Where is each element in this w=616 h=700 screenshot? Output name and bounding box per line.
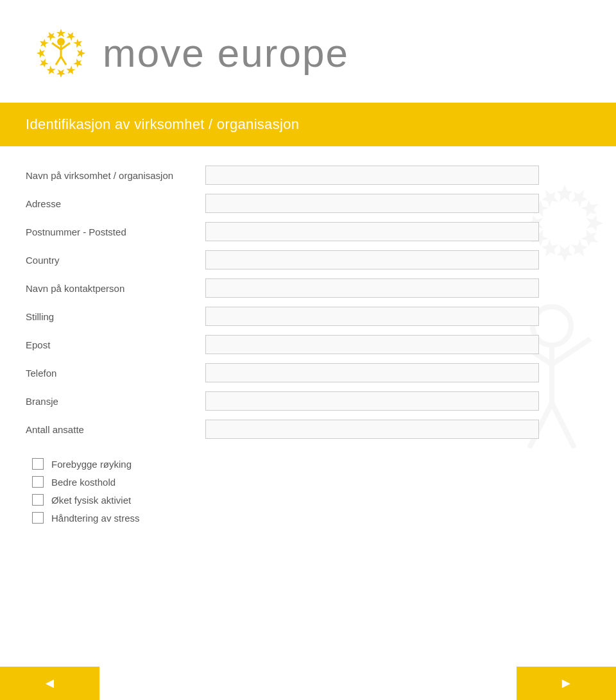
input-industry[interactable]	[205, 391, 539, 411]
checkbox-label-stress: Håndtering av stress	[51, 513, 140, 524]
page-title: Identifikasjon av virksomhet / organisas…	[26, 116, 299, 133]
form-table: Navn på virksomhet / organisasjonAdresse…	[26, 166, 590, 439]
svg-line-17	[61, 56, 66, 65]
form-row-postal: Postnummer - Poststed	[26, 222, 590, 241]
checkboxes-section: Forebygge røykingBedre kostholdØket fysi…	[26, 458, 590, 524]
form-row-org-name: Navn på virksomhet / organisasjon	[26, 166, 590, 185]
svg-marker-0	[56, 29, 65, 37]
label-postal: Postnummer - Poststed	[26, 226, 205, 237]
logo-text: move europe	[103, 30, 349, 76]
bottom-navigation: ◄ ►	[0, 667, 616, 700]
next-button[interactable]: ►	[517, 667, 616, 700]
checkbox-physical[interactable]	[32, 494, 44, 506]
svg-point-12	[57, 38, 65, 46]
svg-marker-9	[37, 49, 45, 58]
main-content: Navn på virksomhet / organisasjonAdresse…	[0, 146, 616, 543]
label-employees: Antall ansatte	[26, 424, 205, 435]
checkbox-label-smoking: Forebygge røyking	[51, 459, 132, 470]
form-row-phone: Telefon	[26, 363, 590, 382]
checkbox-row-stress: Håndtering av stress	[32, 512, 590, 524]
form-row-email: Epost	[26, 335, 590, 354]
checkbox-smoking[interactable]	[32, 458, 44, 470]
svg-marker-1	[65, 30, 77, 41]
label-contact: Navn på kontaktperson	[26, 283, 205, 294]
page-banner: Identifikasjon av virksomhet / organisas…	[0, 103, 616, 146]
input-position[interactable]	[205, 307, 539, 326]
input-employees[interactable]	[205, 420, 539, 439]
svg-marker-6	[56, 69, 65, 78]
svg-line-16	[56, 56, 61, 65]
label-country: Country	[26, 255, 205, 266]
checkbox-diet[interactable]	[32, 476, 44, 488]
svg-marker-11	[45, 30, 57, 41]
label-email: Epost	[26, 339, 205, 350]
checkbox-row-diet: Bedre kosthold	[32, 476, 590, 488]
header: move europe	[0, 0, 616, 103]
svg-marker-5	[65, 65, 77, 76]
svg-marker-7	[45, 65, 57, 76]
label-org-name: Navn på virksomhet / organisasjon	[26, 170, 205, 181]
label-position: Stilling	[26, 311, 205, 322]
next-arrow-icon: ►	[560, 675, 574, 692]
input-phone[interactable]	[205, 363, 539, 382]
label-address: Adresse	[26, 198, 205, 209]
input-country[interactable]	[205, 250, 539, 269]
logo-area: move europe	[26, 18, 349, 89]
input-org-name[interactable]	[205, 166, 539, 185]
svg-marker-3	[77, 49, 85, 58]
input-address[interactable]	[205, 194, 539, 213]
label-industry: Bransje	[26, 396, 205, 407]
svg-marker-2	[73, 37, 84, 49]
form-row-contact: Navn på kontaktperson	[26, 278, 590, 298]
form-row-industry: Bransje	[26, 391, 590, 411]
checkbox-row-smoking: Forebygge røyking	[32, 458, 590, 470]
svg-marker-10	[38, 37, 49, 49]
checkbox-stress[interactable]	[32, 512, 44, 524]
prev-button[interactable]: ◄	[0, 667, 99, 700]
input-postal[interactable]	[205, 222, 539, 241]
form-row-address: Adresse	[26, 194, 590, 213]
form-row-country: Country	[26, 250, 590, 269]
eu-logo-icon	[26, 18, 96, 89]
input-contact[interactable]	[205, 278, 539, 298]
checkbox-label-physical: Øket fysisk aktiviet	[51, 495, 131, 506]
form-row-employees: Antall ansatte	[26, 420, 590, 439]
svg-marker-4	[73, 57, 84, 69]
checkbox-row-physical: Øket fysisk aktiviet	[32, 494, 590, 506]
svg-marker-8	[38, 57, 49, 69]
label-phone: Telefon	[26, 368, 205, 379]
checkbox-label-diet: Bedre kosthold	[51, 477, 116, 488]
input-email[interactable]	[205, 335, 539, 354]
prev-arrow-icon: ◄	[43, 675, 57, 692]
form-row-position: Stilling	[26, 307, 590, 326]
